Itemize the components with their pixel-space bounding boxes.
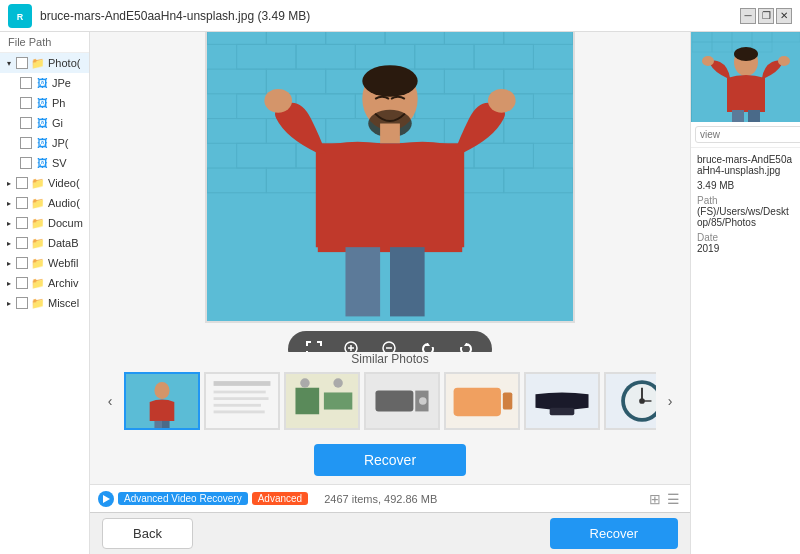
right-search-row: ▽ [691, 122, 800, 148]
svg-rect-67 [214, 410, 265, 413]
sidebar-item-photos[interactable]: ▾ 📁 Photo( [0, 53, 89, 73]
maximize-button[interactable]: ❐ [758, 8, 774, 24]
web-checkbox[interactable] [16, 257, 28, 269]
svg-rect-103 [732, 110, 744, 122]
sidebar-item-audio[interactable]: ▸ 📁 Audio( [0, 193, 89, 213]
similar-thumb-6[interactable] [524, 372, 600, 430]
similar-thumb-2[interactable] [204, 372, 280, 430]
folder-icon2: 📁 [31, 176, 45, 190]
close-button[interactable]: ✕ [776, 8, 792, 24]
sidebar-item-sv[interactable]: 🖼 SV [0, 153, 89, 173]
zoom-out-button[interactable] [378, 337, 402, 353]
advanced-badge: Advanced [252, 492, 308, 505]
image-icon: 🖼 [35, 76, 49, 90]
svg-rect-66 [214, 404, 261, 407]
sidebar-item-db[interactable]: ▸ 📁 DataB [0, 233, 89, 253]
minimize-button[interactable]: ─ [740, 8, 756, 24]
svg-rect-50 [390, 247, 425, 316]
db-checkbox[interactable] [16, 237, 28, 249]
folder-icon7: 📁 [31, 276, 45, 290]
sidebar-item-archive[interactable]: ▸ 📁 Archiv [0, 273, 89, 293]
sidebar-item-misc-label: Miscel [48, 297, 79, 309]
title-bar: R bruce-mars-AndE50aaHn4-unsplash.jpg (3… [0, 0, 800, 32]
gi-checkbox[interactable] [20, 117, 32, 129]
svg-rect-49 [345, 247, 380, 316]
svg-point-71 [300, 378, 309, 387]
folder-icon: 📁 [31, 56, 45, 70]
prev-similar-button[interactable]: ‹ [100, 391, 120, 411]
advanced-video-icon [98, 491, 114, 507]
right-filesize: 3.49 MB [697, 180, 794, 191]
sidebar-item-misc[interactable]: ▸ 📁 Miscel [0, 293, 89, 313]
sidebar-item-audio-label: Audio( [48, 197, 80, 209]
image-icon3: 🖼 [35, 116, 49, 130]
sidebar-item-jp[interactable]: 🖼 JP( [0, 133, 89, 153]
similar-thumb-7[interactable] [604, 372, 656, 430]
sidebar-item-gi[interactable]: 🖼 Gi [0, 113, 89, 133]
svg-rect-74 [375, 391, 413, 412]
footer-recover-button[interactable]: Recover [550, 518, 678, 549]
svg-rect-78 [454, 388, 501, 416]
svg-text:R: R [17, 12, 24, 22]
chevron-right-icon7: ▸ [4, 298, 14, 308]
fit-screen-button[interactable] [302, 337, 326, 353]
video-checkbox[interactable] [16, 177, 28, 189]
preview-container [90, 32, 690, 352]
jp-checkbox[interactable] [20, 137, 32, 149]
similar-thumb-5[interactable] [444, 372, 520, 430]
right-search-input[interactable] [695, 126, 800, 143]
docs-checkbox[interactable] [16, 217, 28, 229]
app-logo: R [8, 4, 32, 28]
content-area: Similar Photos ‹ [90, 32, 690, 554]
rotate-right-button[interactable] [454, 337, 478, 353]
rotate-left-button[interactable] [416, 337, 440, 353]
similar-thumbnails [124, 372, 656, 430]
sidebar-item-video[interactable]: ▸ 📁 Video( [0, 173, 89, 193]
bottom-bar: Advanced Video Recovery Advanced 2467 it… [90, 484, 690, 512]
misc-checkbox[interactable] [16, 297, 28, 309]
footer: Back Recover [90, 512, 690, 554]
similar-thumb-3[interactable] [284, 372, 360, 430]
svg-point-48 [488, 88, 516, 112]
svg-point-101 [702, 56, 714, 66]
svg-rect-79 [503, 392, 512, 409]
preview-image-wrapper [205, 32, 575, 352]
svg-rect-45 [380, 123, 400, 143]
similar-thumb-4[interactable] [364, 372, 440, 430]
audio-checkbox[interactable] [16, 197, 28, 209]
sidebar-item-sv-label: SV [52, 157, 67, 169]
sidebar: File Path ▾ 📁 Photo( 🖼 JPe 🖼 Ph 🖼 Gi 🖼 J… [0, 32, 90, 554]
right-panel: ▽ bruce-mars-AndE50aaHn4-unsplash.jpg 3.… [690, 32, 800, 554]
svg-point-76 [419, 397, 427, 405]
sidebar-item-db-label: DataB [48, 237, 79, 249]
sidebar-item-gi-label: Gi [52, 117, 63, 129]
list-view-button[interactable]: ☰ [665, 489, 682, 509]
main-container: File Path ▾ 📁 Photo( 🖼 JPe 🖼 Ph 🖼 Gi 🖼 J… [0, 32, 800, 554]
folder-icon5: 📁 [31, 236, 45, 250]
photos-checkbox[interactable] [16, 57, 28, 69]
advanced-video-badge[interactable]: Advanced Video Recovery [118, 492, 248, 505]
ph-checkbox[interactable] [20, 97, 32, 109]
sidebar-item-web[interactable]: ▸ 📁 Webfil [0, 253, 89, 273]
archive-checkbox[interactable] [16, 277, 28, 289]
zoom-in-button[interactable] [340, 337, 364, 353]
svg-point-72 [333, 378, 342, 387]
folder-icon6: 📁 [31, 256, 45, 270]
jpe-checkbox[interactable] [20, 77, 32, 89]
folder-icon3: 📁 [31, 196, 45, 210]
sidebar-item-docs[interactable]: ▸ 📁 Docum [0, 213, 89, 233]
image-icon5: 🖼 [35, 156, 49, 170]
sidebar-item-ph[interactable]: 🖼 Ph [0, 93, 89, 113]
main-preview-image [205, 32, 575, 323]
back-button[interactable]: Back [102, 518, 193, 549]
chevron-right-icon6: ▸ [4, 278, 14, 288]
svg-marker-88 [103, 495, 110, 503]
date-label: Date [697, 232, 794, 243]
sv-checkbox[interactable] [20, 157, 32, 169]
grid-view-button[interactable]: ⊞ [647, 489, 663, 509]
recover-center-button[interactable]: Recover [314, 444, 466, 476]
similar-thumb-1[interactable] [124, 372, 200, 430]
sidebar-item-ph-label: Ph [52, 97, 65, 109]
sidebar-item-jpe[interactable]: 🖼 JPe [0, 73, 89, 93]
next-similar-button[interactable]: › [660, 391, 680, 411]
